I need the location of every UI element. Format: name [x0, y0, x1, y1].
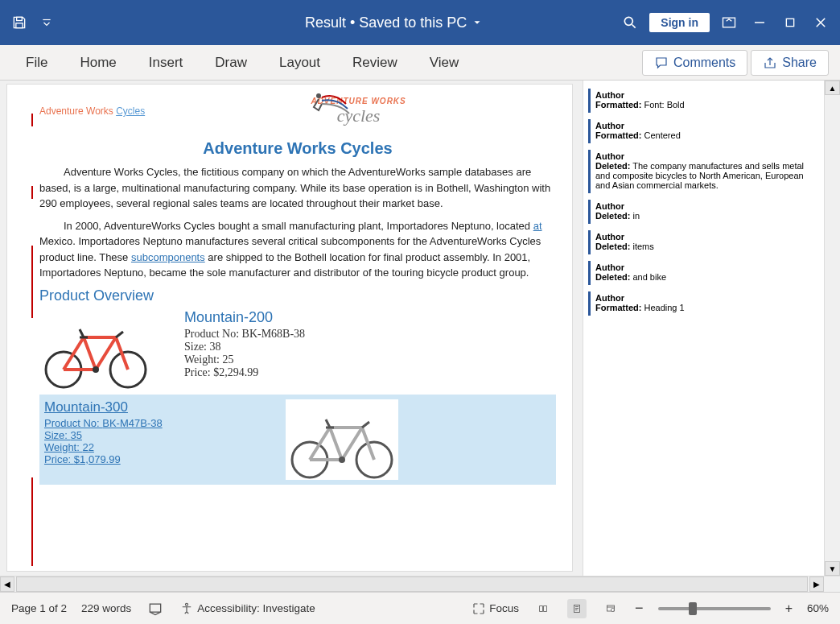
product-price[interactable]: Price: $1,079.99 [44, 453, 253, 465]
svg-rect-4 [786, 19, 793, 26]
accessibility-icon [179, 601, 194, 616]
save-icon[interactable] [8, 11, 31, 34]
link-subcomponents[interactable]: subcomponents [131, 251, 205, 263]
product-row: Mountain-200 Product No: BK-M68B-38 Size… [39, 309, 556, 390]
revision-author: Author [595, 293, 811, 303]
revision-item[interactable]: Author Formatted: Heading 1 [588, 291, 816, 316]
zoom-out-button[interactable]: − [635, 600, 644, 617]
print-layout-icon[interactable] [567, 599, 587, 618]
heading-product-overview: Product Overview [39, 287, 556, 304]
zoom-level[interactable]: 60% [807, 602, 829, 614]
product-details: Mountain-200 Product No: BK-M68B-38 Size… [184, 309, 305, 379]
share-button[interactable]: Share [751, 50, 829, 76]
scroll-left-icon[interactable]: ◀ [0, 576, 14, 592]
document-page[interactable]: Adventure Works Cycles ADVENTURE WORKS c… [6, 84, 573, 572]
logo-swoosh-icon [306, 89, 354, 122]
window-title: Result • Saved to this PC [169, 14, 619, 31]
web-layout-icon[interactable] [601, 599, 620, 618]
focus-mode-button[interactable]: Focus [471, 601, 519, 616]
svg-point-2 [625, 17, 633, 25]
svg-rect-0 [17, 17, 23, 20]
scroll-down-icon[interactable]: ▼ [825, 561, 840, 576]
revision-item[interactable]: Author Formatted: Font: Bold [588, 89, 816, 113]
tab-review[interactable]: Review [338, 50, 412, 76]
title-text: Result • Saved to this PC [305, 14, 467, 31]
share-label: Share [782, 56, 817, 70]
product-image [286, 399, 398, 480]
horizontal-scrollbar[interactable]: ◀ ▶ [0, 576, 840, 592]
revision-item[interactable]: Author Deleted: in [588, 200, 816, 224]
page-indicator[interactable]: Page 1 of 2 [11, 602, 67, 614]
product-weight[interactable]: Weight: 22 [44, 441, 253, 453]
breadcrumb-link[interactable]: Cycles [116, 105, 145, 117]
zoom-thumb[interactable] [689, 602, 697, 615]
svg-point-13 [186, 603, 188, 605]
logo: ADVENTURE WORKS cycles [161, 91, 556, 131]
zoom-slider[interactable] [658, 607, 771, 610]
comments-button[interactable]: Comments [642, 50, 747, 76]
scroll-track[interactable] [825, 95, 840, 561]
maximize-icon[interactable] [779, 11, 801, 34]
product-no[interactable]: Product No: BK-M47B-38 [44, 417, 253, 429]
product-image [39, 309, 152, 390]
scroll-right-icon[interactable]: ▶ [809, 576, 824, 592]
change-bar [31, 114, 33, 126]
close-icon[interactable] [809, 11, 832, 34]
product-row-selected: Mountain-300 Product No: BK-M47B-38 Size… [39, 395, 556, 485]
product-name: Mountain-200 [184, 309, 305, 326]
customize-qat-icon[interactable] [35, 11, 58, 34]
ribbon: File Home Insert Draw Layout Review View… [0, 45, 840, 81]
tab-view[interactable]: View [415, 50, 474, 76]
quick-access-toolbar [8, 11, 169, 34]
tab-draw[interactable]: Draw [200, 50, 261, 76]
product-details: Mountain-300 Product No: BK-M47B-38 Size… [44, 399, 253, 465]
revision-item[interactable]: Author Formatted: Centered [588, 119, 816, 143]
proofing-icon[interactable] [146, 599, 165, 618]
zoom-in-button[interactable]: + [785, 601, 793, 616]
product-price: Price: $2,294.99 [184, 366, 305, 379]
vertical-scrollbar[interactable]: ▲ ▼ [824, 81, 840, 576]
breadcrumb: Adventure Works Cycles [39, 105, 145, 117]
revisions-pane[interactable]: Author Formatted: Font: Bold Author Form… [583, 81, 824, 576]
minimize-icon[interactable] [748, 11, 771, 34]
document-area: Adventure Works Cycles ADVENTURE WORKS c… [0, 81, 583, 576]
search-icon[interactable] [619, 11, 641, 34]
tab-home[interactable]: Home [65, 50, 130, 76]
signin-button[interactable]: Sign in [649, 13, 710, 32]
word-count[interactable]: 229 words [81, 602, 131, 614]
link-at[interactable]: at [533, 220, 542, 232]
change-bar [31, 477, 33, 566]
chevron-down-icon[interactable] [471, 17, 483, 28]
ribbon-display-icon[interactable] [718, 11, 740, 34]
revision-author: Author [595, 201, 811, 211]
revision-item[interactable]: Author Deleted: The company manufactures… [588, 150, 816, 193]
revision-item[interactable]: Author Deleted: items [588, 230, 816, 254]
product-size[interactable]: Size: 35 [44, 429, 253, 441]
focus-icon [471, 601, 486, 616]
scroll-track[interactable] [16, 576, 808, 592]
revision-author: Author [595, 232, 811, 242]
svg-rect-14 [574, 605, 580, 612]
doc-title: Adventure Works Cycles [39, 139, 556, 158]
accessibility-status[interactable]: Accessibility: Investigate [179, 601, 315, 616]
scroll-up-icon[interactable]: ▲ [825, 81, 840, 95]
revision-author: Author [595, 90, 811, 100]
change-bar [31, 186, 33, 199]
paragraph-1: Adventure Works Cycles, the fictitious c… [39, 164, 556, 212]
tab-insert[interactable]: Insert [134, 50, 198, 76]
status-bar: Page 1 of 2 229 words Accessibility: Inv… [0, 592, 840, 624]
tab-file[interactable]: File [11, 50, 62, 76]
tab-layout[interactable]: Layout [265, 50, 335, 76]
revision-author: Author [595, 151, 811, 161]
svg-point-8 [93, 366, 99, 373]
change-bar [31, 246, 33, 318]
svg-rect-1 [16, 23, 23, 28]
share-icon [763, 56, 777, 70]
revision-item[interactable]: Author Deleted: and bike [588, 261, 816, 285]
titlebar-right: Sign in [619, 11, 832, 34]
breadcrumb-prefix: Adventure Works [39, 105, 116, 117]
read-mode-icon[interactable] [533, 599, 553, 618]
product-no: Product No: BK-M68B-38 [184, 328, 305, 341]
title-bar: Result • Saved to this PC Sign in [0, 0, 840, 45]
product-name[interactable]: Mountain-300 [44, 399, 253, 415]
